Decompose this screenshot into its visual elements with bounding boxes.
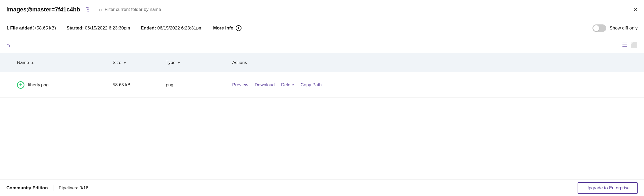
search-bar: ⌕ xyxy=(99,6,629,12)
table-row: + liberty.png 58.65 kB png Preview Downl… xyxy=(0,72,644,98)
info-icon: i xyxy=(236,25,242,31)
show-diff-container: Show diff only xyxy=(592,24,638,32)
search-icon: ⌕ xyxy=(99,6,102,12)
table-header: Name ▲ Size ▼ Type ▼ Actions xyxy=(0,53,644,72)
pipelines-label: Pipelines: 0/16 xyxy=(59,185,88,191)
col-size-header[interactable]: Size ▼ xyxy=(113,60,166,65)
file-name: liberty.png xyxy=(28,82,49,88)
footer-divider xyxy=(53,185,53,191)
type-sort-arrow: ▼ xyxy=(177,61,181,65)
started-stat: Started: 06/15/2022 6:23:30pm xyxy=(67,25,130,31)
footer: Community Edition Pipelines: 0/16 Upgrad… xyxy=(0,180,644,196)
close-button[interactable]: × xyxy=(634,5,638,14)
file-size: 58.65 kB xyxy=(113,82,166,88)
more-info-label: More Info xyxy=(213,25,234,31)
more-info-button[interactable]: More Info i xyxy=(213,25,242,31)
grid-view-icon[interactable]: ⬜ xyxy=(630,42,638,49)
file-cell: + liberty.png xyxy=(17,81,113,89)
show-diff-label: Show diff only xyxy=(609,25,638,31)
size-sort-arrow: ▼ xyxy=(123,61,127,65)
copy-path-action[interactable]: Copy Path xyxy=(300,82,321,88)
name-sort-arrow: ▲ xyxy=(31,61,34,65)
toggle-knob xyxy=(593,25,599,31)
browser-toolbar: ⌂ ☰ ⬜ xyxy=(0,37,644,53)
preview-action[interactable]: Preview xyxy=(232,82,248,88)
upgrade-button[interactable]: Upgrade to Enterprise xyxy=(578,182,638,194)
added-icon: + xyxy=(17,81,24,89)
col-actions-header: Actions xyxy=(232,60,627,65)
repo-title: images@master=7f41c4bb xyxy=(6,6,80,13)
file-type: png xyxy=(166,82,232,88)
files-added-stat: 1 File added(+58.65 kB) xyxy=(6,25,56,31)
download-action[interactable]: Download xyxy=(255,82,275,88)
file-actions: Preview Download Delete Copy Path xyxy=(232,82,627,88)
header: images@master=7f41c4bb ⎘ ⌕ × xyxy=(0,0,644,19)
col-type-header[interactable]: Type ▼ xyxy=(166,60,232,65)
delete-action[interactable]: Delete xyxy=(281,82,294,88)
col-name-header[interactable]: Name ▲ xyxy=(17,60,113,65)
list-view-icon[interactable]: ☰ xyxy=(622,42,627,49)
home-icon[interactable]: ⌂ xyxy=(6,42,10,49)
search-input[interactable] xyxy=(105,7,629,12)
show-diff-toggle[interactable] xyxy=(592,24,606,32)
info-bar: 1 File added(+58.65 kB) Started: 06/15/2… xyxy=(0,19,644,37)
ended-stat: Ended: 06/15/2022 6:23:31pm xyxy=(141,25,203,31)
copy-icon[interactable]: ⎘ xyxy=(86,6,89,12)
view-icons: ☰ ⬜ xyxy=(622,42,638,49)
edition-label: Community Edition xyxy=(6,185,48,191)
